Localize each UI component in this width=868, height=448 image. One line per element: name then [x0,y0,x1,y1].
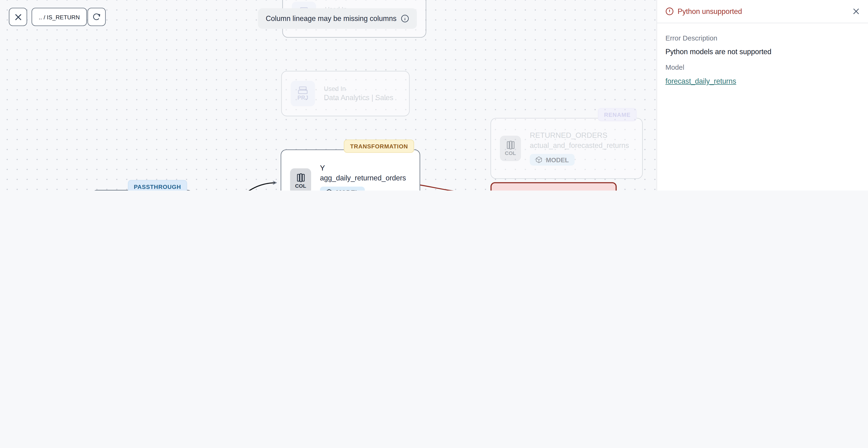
passthrough-badge: PASSTHROUGH [128,180,187,190]
refresh-icon [93,13,101,21]
panel-title-row: Python unsupported [665,7,742,16]
lineage-warning-toast: Column lineage may be missing columns [258,8,417,29]
node-title: Y [320,164,325,172]
node-used-in-sales[interactable]: PRJ Used In Data Analytics | Sales [281,71,409,116]
close-lineage-button[interactable] [9,8,27,26]
alert-circle-icon [498,189,500,190]
alert-circle-icon [665,7,674,16]
breadcrumb[interactable]: .. / IS_RETURN [32,8,87,26]
edge-passthrough-to-center [193,183,276,190]
node-fct-order-items[interactable]: PASSTHROUGH COL IS_RETURN fct_order_item… [91,190,193,190]
node-agg-daily-returned-orders[interactable]: TRANSFORMATION COL Y agg_daily_returned_… [281,150,420,190]
toast-message: Column lineage may be missing columns [266,14,396,23]
column-icon: COL [290,169,311,190]
project-icon-label: PRJ [298,95,308,101]
column-icon-label: COL [295,183,306,189]
error-description-value: Python models are not supported [665,48,860,56]
panel-header: Python unsupported [657,0,868,23]
error-detail-panel: Python unsupported Error Description Pyt… [656,0,868,190]
breadcrumb-label: .. / IS_RETURN [39,14,80,20]
close-icon [852,8,860,15]
model-chip: MODEL [320,186,365,190]
model-label: Model [665,64,860,71]
model-chip-label: MODEL [546,156,569,163]
column-icon-label: COL [505,150,516,156]
node-python-unsupported-error[interactable]: Python unsupported View Error [491,182,617,190]
rename-badge: RENAME [598,108,637,121]
panel-title: Python unsupported [678,7,742,16]
node-subtitle: actual_and_forecasted_returns [530,141,629,149]
close-icon [14,13,22,21]
model-link[interactable]: forecast_daily_returns [665,77,736,85]
node-subtitle: agg_daily_returned_orders [320,174,406,182]
lineage-app: PRJ Used In Data Analytics | Marketing P… [0,0,868,190]
view-error-link[interactable]: View Error [573,189,609,190]
panel-close-button[interactable] [852,8,860,15]
node-actual-and-forecasted-returns[interactable]: RENAME COL RETURNED_ORDERS actual_and_fo… [491,118,643,179]
model-chip-label: MODEL [336,189,359,190]
node-title: RETURNED_ORDERS [530,131,608,140]
panel-body: Error Description Python models are not … [657,23,868,89]
node-subtitle: Data Analytics | Sales [324,93,393,102]
info-icon[interactable] [401,14,409,23]
refresh-button[interactable] [87,8,106,26]
project-icon: PRJ [290,81,315,106]
error-node-label: Python unsupported [504,189,569,190]
column-icon: COL [500,136,521,161]
error-description-label: Error Description [665,34,860,42]
node-title: Used In [324,85,346,92]
model-chip: MODEL [530,154,575,166]
transformation-badge: TRANSFORMATION [344,140,414,153]
